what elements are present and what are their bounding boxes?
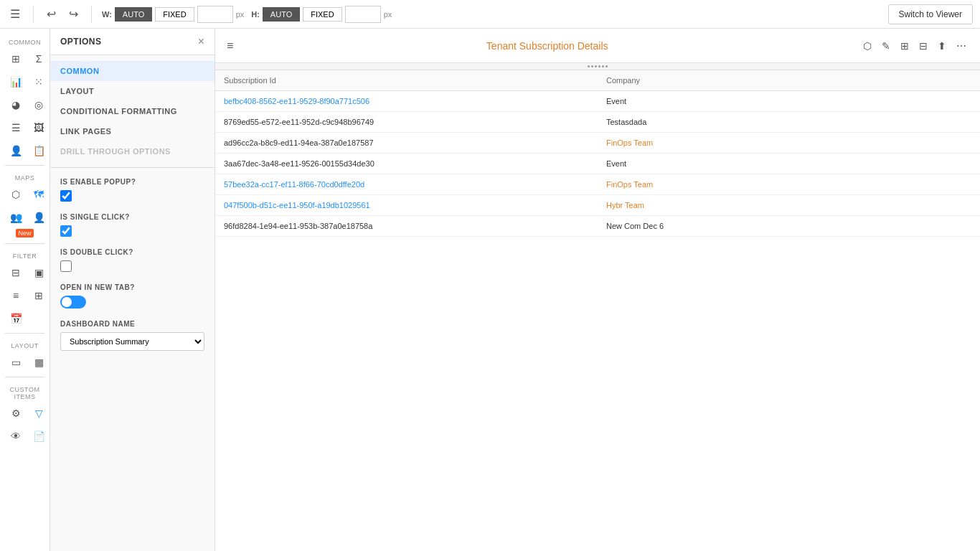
- width-group: W: AUTO FIXED px: [102, 6, 244, 23]
- cell-company: Testasdada: [598, 112, 980, 133]
- list-icon[interactable]: ☰: [6, 118, 26, 138]
- hamburger-menu-btn[interactable]: ☰: [7, 4, 23, 24]
- sidebar-custom-label: CUSTOM ITEMS: [0, 386, 50, 400]
- options-close-btn[interactable]: ×: [198, 36, 204, 47]
- filter-lines-icon[interactable]: ≡: [6, 286, 26, 306]
- single-click-label: IS SINGLE CLICK?: [60, 213, 204, 221]
- nav-common[interactable]: COMMON: [50, 61, 215, 81]
- share-icon[interactable]: ⬆: [936, 38, 948, 54]
- external-link-icon[interactable]: ⬡: [861, 38, 874, 54]
- table-row: 8769ed55-e572-ee11-952d-c9c948b96749Test…: [215, 112, 980, 133]
- map-node-icon[interactable]: ⬡: [6, 184, 26, 204]
- undo-btn[interactable]: ↩: [44, 4, 59, 24]
- nav-conditional-formatting[interactable]: CONDITIONAL FORMATTING: [50, 101, 215, 121]
- drag-handle[interactable]: [215, 63, 980, 70]
- people-icon[interactable]: 👥: [6, 207, 26, 227]
- form-icon[interactable]: 📋: [29, 141, 49, 161]
- h-auto-btn[interactable]: AUTO: [263, 7, 300, 22]
- single-click-checkbox-container: [60, 225, 204, 237]
- cell-subscription-id: 3aa67dec-3a48-ee11-9526-00155d34de30: [215, 154, 598, 174]
- export-icon[interactable]: ⊟: [917, 38, 930, 54]
- content-header: ≡ Tenant Subscription Details ⬡ ✎ ⊞ ⊟ ⬆ …: [215, 29, 980, 63]
- calendar-icon[interactable]: 📅: [6, 309, 26, 329]
- cell-company[interactable]: FinOps Team: [598, 174, 980, 195]
- grid-icon[interactable]: ⊞: [6, 49, 26, 69]
- sidebar-div4: [5, 377, 44, 377]
- content-header-right: ⬡ ✎ ⊞ ⊟ ⬆ ⋯: [861, 38, 969, 54]
- content-area: ≡ Tenant Subscription Details ⬡ ✎ ⊞ ⊟ ⬆ …: [215, 29, 980, 551]
- cell-subscription-id: 8769ed55-e572-ee11-952d-c9c948b96749: [215, 112, 598, 133]
- w-value-input[interactable]: [197, 6, 233, 23]
- layout-rect-icon[interactable]: ▭: [6, 352, 26, 372]
- double-click-checkbox-container: [60, 260, 204, 272]
- bar-chart-icon[interactable]: 📊: [6, 72, 26, 92]
- scatter-chart-icon[interactable]: ⁙: [29, 72, 49, 92]
- switch-viewer-btn[interactable]: Switch to Viewer: [888, 4, 973, 24]
- h-fixed-btn[interactable]: FIXED: [303, 7, 341, 22]
- pie-chart-icon[interactable]: ◕: [6, 95, 26, 115]
- cell-company: Event: [598, 154, 980, 174]
- filter-icons-grid: ⊟ ▣ ≡ ⊞ 📅: [0, 263, 50, 329]
- w-label: W:: [102, 10, 112, 19]
- custom-eye-icon[interactable]: 👁: [6, 426, 26, 446]
- table-header-row: Subscription Id Company: [215, 70, 980, 91]
- enable-popup-label: IS ENABLE POPUP?: [60, 178, 204, 186]
- donut-chart-icon[interactable]: ◎: [29, 95, 49, 115]
- enable-popup-checkbox-container: [60, 190, 204, 202]
- height-group: H: AUTO FIXED px: [251, 6, 392, 23]
- single-click-checkbox[interactable]: [60, 225, 72, 237]
- sidebar-div3: [5, 333, 44, 334]
- cell-company[interactable]: Hybr Team: [598, 195, 980, 216]
- separator1: [33, 6, 34, 23]
- people2-icon[interactable]: 👤: [29, 207, 49, 227]
- new-tab-toggle[interactable]: [60, 296, 86, 309]
- main-layout: COMMON ⊞ Σ 📊 ⁙ ◕ ◎ ☰ 🖼 👤 📋 MAPS ⬡ 🗺 👥 👤 …: [0, 29, 980, 551]
- table-container: Subscription Id Company befbc408-8562-ee…: [215, 70, 980, 551]
- sigma-icon[interactable]: Σ: [29, 49, 49, 69]
- filter-square-icon[interactable]: ▣: [29, 263, 49, 283]
- nav-layout[interactable]: LAYOUT: [50, 81, 215, 101]
- custom-sliders-icon[interactable]: ⚙: [6, 403, 26, 423]
- nav-drill-through[interactable]: DRILL THROUGH OPTIONS: [50, 141, 215, 161]
- enable-popup-field: IS ENABLE POPUP?: [60, 178, 204, 202]
- options-content: IS ENABLE POPUP? IS SINGLE CLICK? IS DOU…: [50, 168, 215, 372]
- content-hamburger-btn[interactable]: ≡: [227, 39, 233, 52]
- table-row: 57bee32a-cc17-ef11-8f66-70cd0dffe20dFinO…: [215, 174, 980, 195]
- w-fixed-btn[interactable]: FIXED: [155, 7, 194, 22]
- grid-view-icon[interactable]: ⊞: [898, 38, 911, 54]
- cell-subscription-id[interactable]: 57bee32a-cc17-ef11-8f66-70cd0dffe20d: [215, 174, 598, 195]
- edit-icon[interactable]: ✎: [880, 38, 892, 54]
- more-options-icon[interactable]: ⋯: [954, 38, 969, 54]
- nav-link-pages[interactable]: LINK PAGES: [50, 121, 215, 141]
- cell-company[interactable]: FinOps Team: [598, 133, 980, 154]
- redo-btn[interactable]: ↪: [66, 4, 81, 24]
- filter-list-icon[interactable]: ⊟: [6, 263, 26, 283]
- enable-popup-checkbox[interactable]: [60, 190, 72, 202]
- double-click-checkbox[interactable]: [60, 260, 72, 272]
- filter-table-icon[interactable]: ⊞: [29, 286, 49, 306]
- image-icon[interactable]: 🖼: [29, 118, 49, 138]
- cell-subscription-id[interactable]: befbc408-8562-ee11-9529-8f90a771c506: [215, 91, 598, 112]
- dashboard-name-select[interactable]: Subscription Summary Dashboard 1 Dashboa…: [60, 332, 204, 351]
- w-px-label: px: [236, 10, 245, 19]
- table-row: ad96cc2a-b8c9-ed11-94ea-387a0e187587FinO…: [215, 133, 980, 154]
- table-row: 96fd8284-1e94-ee11-953b-387a0e18758aNew …: [215, 216, 980, 237]
- sidebar-maps-label: MAPS: [0, 174, 50, 182]
- sidebar-layout-label: LAYOUT: [0, 342, 50, 349]
- options-nav: COMMON LAYOUT CONDITIONAL FORMATTING LIN…: [50, 55, 215, 168]
- user-icon[interactable]: 👤: [6, 141, 26, 161]
- map-area-icon[interactable]: 🗺: [29, 184, 49, 204]
- cell-subscription-id[interactable]: 047f500b-d51c-ee11-950f-a19db1029561: [215, 195, 598, 216]
- double-click-field: IS DOUBLE CLICK?: [60, 248, 204, 272]
- h-value-input[interactable]: [345, 6, 381, 23]
- w-auto-btn[interactable]: AUTO: [115, 7, 152, 22]
- options-panel: OPTIONS × COMMON LAYOUT CONDITIONAL FORM…: [50, 29, 215, 551]
- table-row: 047f500b-d51c-ee11-950f-a19db1029561Hybr…: [215, 195, 980, 216]
- custom-doc-icon[interactable]: 📄: [29, 426, 49, 446]
- custom-filter-icon[interactable]: ▽: [29, 403, 49, 423]
- data-table: Subscription Id Company befbc408-8562-ee…: [215, 70, 980, 237]
- cell-subscription-id: ad96cc2a-b8c9-ed11-94ea-387a0e187587: [215, 133, 598, 154]
- cell-company: Event: [598, 91, 980, 112]
- layout-grid-icon[interactable]: ▦: [29, 352, 49, 372]
- col-subscription-id: Subscription Id: [215, 70, 598, 91]
